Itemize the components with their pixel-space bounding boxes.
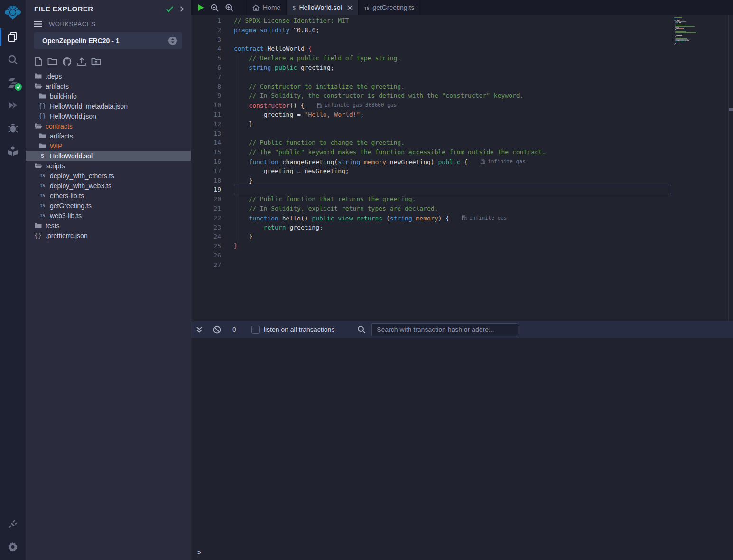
terminal-prompt[interactable]: > xyxy=(197,549,201,556)
file-item-deploy_with_web3.ts[interactable]: TSdeploy_with_web3.ts xyxy=(26,181,191,191)
terminal-toolbar: 0 listen on all transactions xyxy=(191,321,733,338)
tab-Home[interactable]: Home xyxy=(246,0,287,15)
run-script-button[interactable] xyxy=(197,3,204,12)
file-item-HelloWorld.json[interactable]: {}HelloWorld.json xyxy=(26,111,191,121)
line-number: 10 xyxy=(191,101,234,110)
close-tab-icon[interactable] xyxy=(347,5,353,10)
file-item-HelloWorld_metadata.json[interactable]: {}HelloWorld_metadata.json xyxy=(26,101,191,111)
chevron-right-icon[interactable] xyxy=(179,6,184,12)
code-line: } xyxy=(234,176,733,185)
line-number: 2 xyxy=(191,26,234,35)
file-item-HelloWorld.sol[interactable]: SHelloWorld.sol xyxy=(26,151,191,161)
upload-folder-icon[interactable] xyxy=(91,57,101,66)
line-number: 19 xyxy=(191,185,234,194)
sidebar-item-learneth[interactable] xyxy=(0,139,26,162)
solidity-icon: S xyxy=(292,4,296,11)
line-number: 18 xyxy=(191,176,234,185)
code-line: function changeGreeting(string memory ne… xyxy=(234,157,733,166)
item-label: build-info xyxy=(50,92,77,100)
json-file-icon: {} xyxy=(38,113,46,119)
code-line xyxy=(234,260,733,270)
file-item-web3-lib.ts[interactable]: TSweb3-lib.ts xyxy=(26,211,191,220)
zoom-in-icon[interactable] xyxy=(225,3,234,12)
folder-item-scripts[interactable]: scripts xyxy=(26,161,191,171)
code-line: return greeting; xyxy=(234,223,733,232)
zoom-out-icon[interactable] xyxy=(210,3,219,12)
transaction-count-badge: 0 xyxy=(232,326,236,333)
tab-getGreeting.ts[interactable]: TSgetGreeting.ts xyxy=(359,0,421,15)
folder-item-artifacts[interactable]: artifacts xyxy=(26,131,191,141)
expand-terminal-icon[interactable] xyxy=(196,326,203,333)
item-label: .prettierrc.json xyxy=(46,232,88,239)
gear-icon xyxy=(7,541,19,552)
code-line: // Declare a public field of type string… xyxy=(234,54,733,63)
sidebar-item-settings[interactable] xyxy=(0,535,26,558)
file-item-.prettierrc.json[interactable]: {}.prettierrc.json xyxy=(26,230,191,240)
line-number: 25 xyxy=(191,241,234,251)
code-line xyxy=(234,185,733,194)
new-folder-icon[interactable] xyxy=(47,57,57,66)
transaction-search-input[interactable] xyxy=(371,323,518,336)
item-label: HelloWorld.sol xyxy=(50,152,93,160)
folder-item-contracts[interactable]: contracts xyxy=(26,121,191,131)
line-number: 13 xyxy=(191,129,234,138)
file-item-deploy_with_ethers.ts[interactable]: TSdeploy_with_ethers.ts xyxy=(26,171,191,181)
line-number: 4 xyxy=(191,44,234,54)
tab-HelloWorld.sol[interactable]: SHelloWorld.sol xyxy=(287,0,358,15)
new-file-icon[interactable] xyxy=(34,57,43,66)
item-label: scripts xyxy=(46,162,65,170)
sidebar-item-plugin-manager[interactable] xyxy=(0,513,26,535)
item-label: deploy_with_web3.ts xyxy=(50,182,111,190)
ts-file-icon: TS xyxy=(38,213,46,218)
sidebar-item-solidity-compiler[interactable] xyxy=(0,71,26,94)
json-file-icon: {} xyxy=(34,232,42,239)
listen-transactions-checkbox[interactable] xyxy=(251,326,260,334)
scrollbar-thumb[interactable] xyxy=(729,108,733,111)
folder-item-build-info[interactable]: build-info xyxy=(26,91,191,101)
editor-scrollbar[interactable] xyxy=(728,15,733,321)
folder-open-icon xyxy=(34,163,42,169)
sidebar-item-deploy-run[interactable] xyxy=(0,94,26,117)
upload-file-icon[interactable] xyxy=(77,57,86,66)
check-icon xyxy=(166,6,174,12)
code-line: } xyxy=(234,232,733,241)
line-number: 8 xyxy=(191,82,234,92)
minimap[interactable] xyxy=(674,17,720,47)
sidebar-item-file-explorer[interactable] xyxy=(0,26,26,48)
item-label: HelloWorld.json xyxy=(50,112,96,120)
line-number: 14 xyxy=(191,138,234,147)
item-label: .deps xyxy=(46,73,62,80)
sidebar-item-debugger[interactable] xyxy=(0,117,26,139)
compile-success-badge xyxy=(15,83,22,91)
item-label: HelloWorld_metadata.json xyxy=(50,102,128,110)
line-number: 15 xyxy=(191,147,234,157)
code-content: // SPDX-License-Identifier: MITpragma so… xyxy=(234,15,733,321)
file-item-getGreeting.ts[interactable]: TSgetGreeting.ts xyxy=(26,201,191,211)
terminal-search-icon xyxy=(357,325,366,334)
remix-logo-icon[interactable] xyxy=(0,0,26,26)
folder-item-WIP[interactable]: WIP xyxy=(26,141,191,151)
home-icon xyxy=(252,4,260,11)
terminal-output[interactable]: > xyxy=(191,338,733,560)
folder-item-artifacts[interactable]: artifacts xyxy=(26,81,191,91)
editor-tab-bar: HomeSHelloWorld.solTSgetGreeting.ts xyxy=(191,0,733,15)
workspace-select[interactable]: OpenZeppelin ERC20 - 1 xyxy=(34,32,182,49)
code-editor[interactable]: 1234567891011121314151617181920212223242… xyxy=(191,15,733,321)
item-label: web3-lib.ts xyxy=(50,212,82,220)
clear-console-icon[interactable] xyxy=(213,326,221,334)
hamburger-menu-icon[interactable] xyxy=(34,21,42,27)
sol-file-icon: S xyxy=(38,153,46,159)
workspaces-label: WORKSPACES xyxy=(49,20,95,28)
file-item-ethers-lib.ts[interactable]: TSethers-lib.ts xyxy=(26,191,191,201)
code-line: } xyxy=(234,241,733,251)
code-line: // Public function that returns the gree… xyxy=(234,194,733,204)
code-line xyxy=(234,129,733,138)
code-line: // SPDX-License-Identifier: MIT xyxy=(234,16,733,26)
folder-item-tests[interactable]: tests xyxy=(26,220,191,230)
sidebar-item-search[interactable] xyxy=(0,48,26,71)
deploy-run-icon xyxy=(7,99,19,111)
github-icon[interactable] xyxy=(62,57,72,66)
line-number-gutter: 1234567891011121314151617181920212223242… xyxy=(191,15,234,321)
code-line: function hello() public view returns (st… xyxy=(234,213,733,223)
folder-item-.deps[interactable]: .deps xyxy=(26,71,191,81)
